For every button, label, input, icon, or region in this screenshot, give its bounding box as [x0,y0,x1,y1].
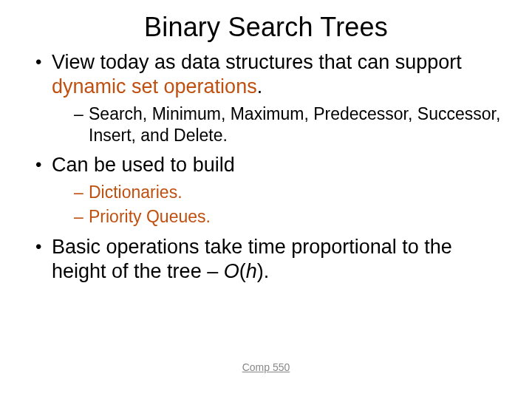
bullet-3-h: h [246,260,257,282]
slide: Binary Search Trees View today as data s… [0,0,532,399]
bullet-1-text-c: . [257,75,263,98]
bullet-3-paren-close: ). [257,260,270,282]
bullet-1: View today as data structures that can s… [35,50,510,146]
bullet-1-sub-1: Search, Minimum, Maximum, Predecessor, S… [74,103,510,146]
bullet-2-text: Can be used to build [52,154,235,176]
bullet-2-sublist: Dictionaries. Priority Queues. [52,182,510,228]
slide-title: Binary Search Trees [22,12,510,43]
bullet-list: View today as data structures that can s… [22,50,510,284]
bullet-2-sub-1: Dictionaries. [74,182,510,203]
bullet-3-paren-open: ( [239,260,246,282]
footer-link[interactable]: Comp 550 [242,361,290,373]
bullet-2: Can be used to build Dictionaries. Prior… [35,153,510,227]
bullet-1-sublist: Search, Minimum, Maximum, Predecessor, S… [52,103,510,146]
bullet-1-text-a: View today as data structures that can s… [52,51,462,73]
bullet-3: Basic operations take time proportional … [35,235,510,284]
bullet-1-accent: dynamic set operations [52,75,257,98]
footer: Comp 550 [0,361,532,374]
bullet-3-bigO: O [224,260,239,282]
bullet-2-sub-2: Priority Queues. [74,206,510,228]
